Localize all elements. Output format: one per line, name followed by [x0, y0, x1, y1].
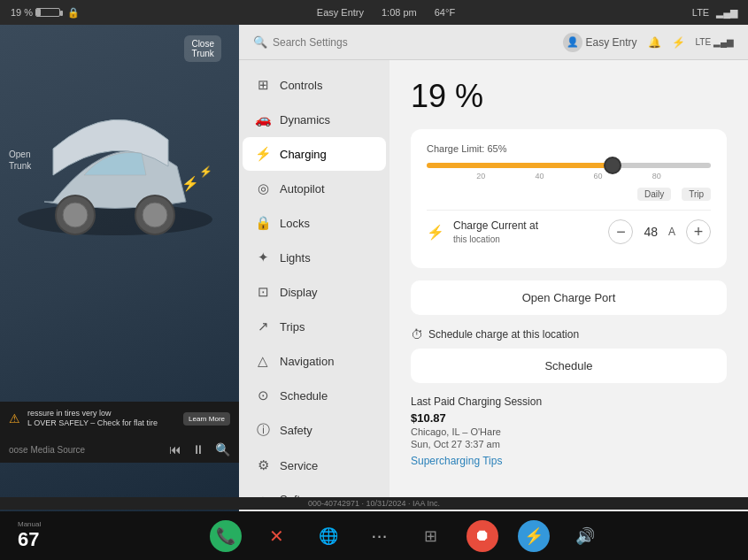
music-icon[interactable]: ✕ [261, 520, 293, 552]
dots-icon[interactable]: ··· [364, 520, 396, 552]
search-box: 🔍 [253, 35, 563, 49]
schedule-clock-icon: ⏱ [411, 327, 423, 341]
charge-limit-card: Charge Limit: 65% 20 40 60 80 Da [411, 129, 727, 268]
settings-nav: ⊞ Controls 🚗 Dynamics ⚡ Charging ◎ Autop… [239, 60, 389, 511]
navigation-icon: △ [255, 353, 271, 369]
status-bar-left: 19 % 🔒 [11, 7, 80, 19]
nav-item-service[interactable]: ⚙ Service [243, 449, 386, 482]
lights-icon: ✦ [255, 249, 271, 265]
schedule-icon: ⊙ [255, 387, 271, 403]
bottom-dock: Manual 67 📞 ✕ 🌐 ··· ⊞ ⏺ ⚡ 🔊 [0, 511, 748, 560]
nav-item-autopilot[interactable]: ◎ Autopilot [243, 172, 386, 205]
current-value: 48 [644, 225, 658, 239]
alert-banner: ⚠ ressure in tires very low L OVER SAFEL… [0, 402, 239, 436]
record-icon[interactable]: ⏺ [467, 520, 498, 552]
charge-current-label: Charge Current at this location [453, 219, 608, 245]
slider-tabs: Daily Trip [427, 188, 711, 201]
nav-item-schedule[interactable]: ⊙ Schedule [243, 379, 386, 412]
dynamics-icon: 🚗 [255, 111, 271, 127]
lock-icon: 🔒 [67, 7, 80, 19]
supercharging-tips-link[interactable]: Supercharging Tips [411, 455, 727, 467]
last-paid-section: Last Paid Charging Session $10.87 Chicag… [411, 395, 727, 467]
search-media-icon[interactable]: 🔍 [215, 442, 230, 456]
alert-icon: ⚠ [9, 411, 20, 426]
globe-icon[interactable]: 🌐 [312, 520, 344, 552]
nav-item-charging[interactable]: ⚡ Charging [243, 137, 386, 171]
battery-fill [36, 9, 41, 16]
battery-bar [35, 8, 60, 17]
nav-item-display[interactable]: ⊡ Display [243, 275, 386, 309]
last-paid-location: Chicago, IL – O'Hare [411, 426, 727, 437]
nav-label-trips: Trips [280, 320, 305, 334]
nav-item-safety[interactable]: ⓘ Safety [243, 413, 386, 448]
temp-label: 64°F [435, 7, 455, 18]
learn-more-button[interactable]: Learn More [183, 412, 230, 426]
svg-text:⚡: ⚡ [181, 175, 199, 192]
header-user: 👤 Easy Entry [563, 33, 637, 52]
schedule-label: Schedule charge at this location [428, 328, 579, 341]
nav-label-schedule: Schedule [280, 389, 328, 403]
nav-label-autopilot: Autopilot [280, 182, 325, 196]
charging-icon: ⚡ [255, 146, 271, 162]
autopilot-icon: ◎ [255, 180, 271, 196]
apps-icon[interactable]: ⊞ [415, 520, 447, 552]
header-user-label: Easy Entry [586, 36, 637, 49]
nav-label-controls: Controls [280, 79, 322, 92]
status-bar-right: LTE ▂▄▆ [692, 7, 737, 19]
increase-current-button[interactable]: + [686, 219, 711, 244]
car-svg: ⚡ ⚡ [0, 78, 239, 326]
nav-label-safety: Safety [280, 424, 312, 437]
nav-label-dynamics: Dynamics [280, 113, 330, 127]
nav-item-locks[interactable]: 🔒 Locks [243, 206, 386, 240]
nav-item-controls[interactable]: ⊞ Controls [243, 68, 386, 102]
decrease-current-button[interactable]: − [608, 219, 633, 244]
charge-slider-container[interactable]: 20 40 60 80 [427, 163, 711, 180]
nav-label-navigation: Navigation [280, 355, 334, 368]
nav-label-service: Service [280, 459, 318, 472]
nav-item-lights[interactable]: ✦ Lights [243, 241, 386, 274]
user-avatar: 👤 [563, 33, 582, 52]
trip-tab[interactable]: Trip [682, 188, 711, 201]
dock-speed-area: Manual 67 [18, 520, 62, 551]
media-source-label: oose Media Source [9, 445, 158, 455]
svg-point-2 [63, 203, 88, 227]
play-pause-icon[interactable]: ⏸ [192, 442, 204, 456]
nav-item-trips[interactable]: ↗ Trips [243, 310, 386, 343]
nav-item-dynamics[interactable]: 🚗 Dynamics [243, 103, 386, 136]
signal-strength: LTE ▂▄▆ [696, 37, 734, 47]
settings-header: 🔍 👤 Easy Entry 🔔 ⚡ LTE ▂▄▆ [239, 25, 748, 60]
service-icon: ⚙ [255, 457, 271, 473]
daily-tab[interactable]: Daily [637, 188, 671, 201]
close-trunk-button[interactable]: Close Trunk [184, 35, 221, 62]
header-right: 👤 Easy Entry 🔔 ⚡ LTE ▂▄▆ [563, 33, 735, 52]
svg-text:⚡: ⚡ [199, 165, 212, 178]
settings-panel: 🔍 👤 Easy Entry 🔔 ⚡ LTE ▂▄▆ ⊞ Controls 🚗 … [239, 25, 748, 511]
bluetooth-dock-icon[interactable]: ⚡ [518, 520, 550, 552]
volume-icon[interactable]: 🔊 [569, 520, 601, 552]
play-previous-icon[interactable]: ⏮ [169, 442, 181, 456]
car-panel: Close Trunk Open Trunk ⚡ [0, 25, 239, 511]
plug-icon: ⚡ [427, 224, 444, 241]
nav-label-display: Display [280, 286, 318, 299]
open-charge-port-button[interactable]: Open Charge Port [411, 280, 727, 315]
bluetooth-icon: ⚡ [672, 36, 685, 49]
slider-labels: 20 40 60 80 [427, 172, 711, 180]
nav-item-navigation[interactable]: △ Navigation [243, 344, 386, 378]
time-label: 1:08 pm [382, 7, 417, 18]
charge-current-row: ⚡ Charge Current at this location − 48 A… [427, 210, 711, 254]
notification-icon: 🔔 [648, 36, 661, 49]
trips-icon: ↗ [255, 318, 271, 334]
last-paid-date: Sun, Oct 27 3:37 am [411, 439, 727, 449]
phone-icon[interactable]: 📞 [210, 520, 242, 552]
media-controls: ⏮ ⏸ 🔍 [169, 442, 230, 456]
last-paid-amount: $10.87 [411, 411, 727, 425]
battery-percent: 19 % [11, 7, 33, 18]
schedule-button[interactable]: Schedule [411, 349, 727, 383]
locks-icon: 🔒 [255, 215, 271, 231]
current-control: − 48 A + [608, 219, 711, 244]
bottom-bar-label: 000-40742971 · 10/31/2024 · IAA Inc. [0, 497, 748, 510]
dock-icons: 📞 ✕ 🌐 ··· ⊞ ⏺ ⚡ 🔊 [80, 520, 730, 552]
search-input[interactable] [273, 36, 379, 49]
charge-slider-thumb[interactable] [604, 157, 621, 174]
nav-label-locks: Locks [280, 217, 310, 230]
